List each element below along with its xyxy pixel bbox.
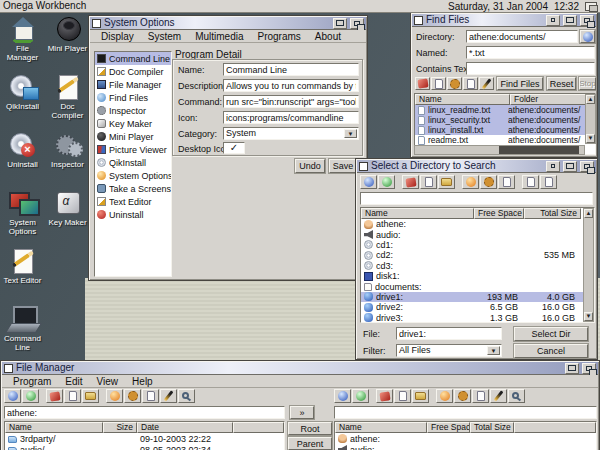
root-button[interactable]: Root: [288, 422, 332, 435]
toolbar-button[interactable]: [490, 389, 507, 403]
toolbar-button[interactable]: [394, 389, 411, 403]
volume-row[interactable]: cd1:: [361, 240, 594, 250]
program-list-item[interactable]: Mini Player: [95, 130, 171, 143]
menu-item[interactable]: Program: [6, 375, 58, 387]
column-header[interactable]: Size: [103, 422, 137, 433]
depth-button[interactable]: [350, 18, 364, 29]
volume-row[interactable]: audio:: [335, 444, 596, 450]
undo-button[interactable]: Undo: [295, 159, 325, 173]
desktop-icon[interactable]: Doc Compiler: [46, 73, 90, 131]
horizontal-scrollbar[interactable]: [414, 145, 585, 155]
program-list-item[interactable]: Key Maker: [95, 117, 171, 130]
path-field[interactable]: [360, 192, 593, 205]
toolbar-button[interactable]: [142, 389, 159, 403]
toolbar-button[interactable]: [46, 389, 63, 403]
toolbar-button[interactable]: [124, 389, 141, 403]
volume-row[interactable]: drive3: 1.3 GB 16.0 GB: [361, 313, 594, 323]
depth-button[interactable]: [582, 363, 596, 374]
window-close-icon[interactable]: [359, 162, 368, 171]
name-field[interactable]: [223, 63, 359, 76]
program-list-item[interactable]: Uninstall: [95, 208, 171, 221]
zoom-button[interactable]: [565, 363, 579, 374]
toolbar-button[interactable]: [472, 389, 489, 403]
directory-field[interactable]: [466, 30, 578, 43]
zoom-button[interactable]: [563, 15, 577, 26]
vertical-scrollbar[interactable]: ▲ ▼: [585, 94, 596, 144]
program-list-item[interactable]: Inspector: [95, 104, 171, 117]
toolbar-button[interactable]: [462, 175, 479, 189]
column-header[interactable]: Name: [5, 422, 103, 433]
column-header[interactable]: [514, 422, 596, 433]
toolbar-button[interactable]: [178, 389, 195, 403]
volume-row[interactable]: disk1:: [361, 271, 594, 281]
window-close-icon[interactable]: [414, 16, 423, 25]
column-header[interactable]: Name: [335, 422, 427, 433]
program-list-item[interactable]: Take a Screenshot: [95, 182, 171, 195]
scroll-up-icon[interactable]: ▲: [586, 95, 595, 104]
scroll-down-icon[interactable]: ▼: [584, 312, 593, 321]
desktop-icon[interactable]: File Manager: [1, 15, 45, 73]
copy-to-right-button[interactable]: »: [290, 406, 314, 419]
chevron-down-icon[interactable]: ▼: [487, 346, 500, 355]
program-list-item[interactable]: Find Files: [95, 91, 171, 104]
iconify-button[interactable]: [546, 15, 560, 26]
toolbar-button[interactable]: [376, 389, 393, 403]
toolbar-button[interactable]: [431, 77, 446, 90]
volume-row[interactable]: cd2: 535 MB: [361, 250, 594, 260]
description-field[interactable]: [223, 79, 359, 92]
volume-row[interactable]: cd3:: [361, 261, 594, 271]
menu-item[interactable]: Help: [125, 375, 160, 387]
toolbar-button[interactable]: [438, 175, 455, 189]
menu-item[interactable]: Edit: [58, 375, 89, 387]
toolbar-button[interactable]: [540, 175, 557, 189]
toolbar-button[interactable]: [463, 77, 478, 90]
desktop-icon[interactable]: Uninstall: [1, 131, 45, 189]
file-row[interactable]: audio/ 08-05-2003 02:34: [5, 444, 284, 450]
toolbar-button[interactable]: [420, 175, 437, 189]
toolbar-button[interactable]: [4, 389, 21, 403]
program-list-item[interactable]: Text Editor: [95, 195, 171, 208]
toolbar-button[interactable]: [82, 389, 99, 403]
toolbar-button[interactable]: [454, 389, 471, 403]
desktop-icon-checkbox[interactable]: ✓: [223, 142, 245, 154]
column-header[interactable]: Total Size: [470, 422, 514, 433]
column-header[interactable]: Name: [415, 94, 510, 105]
screen-depth-icon[interactable]: [585, 2, 597, 11]
toolbar-button[interactable]: [480, 175, 497, 189]
toolbar-button[interactable]: [64, 389, 81, 403]
program-list-item[interactable]: Command Line: [95, 52, 171, 65]
find-files-titlebar[interactable]: Find Files: [412, 14, 596, 27]
column-header[interactable]: Total Size: [524, 208, 581, 219]
toolbar-button[interactable]: [479, 77, 494, 90]
find-files-button[interactable]: Find Files: [497, 77, 543, 90]
desktop-icon[interactable]: Command Line: [1, 305, 45, 363]
zoom-button[interactable]: [563, 161, 577, 172]
depth-button[interactable]: [580, 161, 594, 172]
zoom-button[interactable]: [333, 18, 347, 29]
desktop-icon[interactable]: Inspector: [46, 131, 90, 189]
menu-item[interactable]: System: [141, 30, 188, 42]
desktop-icon[interactable]: Text Editor: [1, 247, 45, 305]
left-path-field[interactable]: [4, 406, 285, 419]
column-header[interactable]: Free Space: [427, 422, 470, 433]
reset-button[interactable]: Reset: [547, 77, 576, 90]
result-row[interactable]: linux_install.txt athene:documents/: [415, 125, 595, 135]
scroll-thumb[interactable]: [499, 146, 579, 154]
toolbar-button[interactable]: [160, 389, 177, 403]
browse-directory-button[interactable]: [580, 30, 595, 43]
select-directory-titlebar[interactable]: Select a Directory to Search: [357, 160, 596, 173]
desktop-icon[interactable]: QikInstall: [1, 73, 45, 131]
column-header[interactable]: Name: [361, 208, 474, 219]
volume-row[interactable]: documents:: [361, 281, 594, 291]
iconify-button[interactable]: [546, 161, 560, 172]
toolbar-button[interactable]: [415, 77, 430, 90]
toolbar-button[interactable]: [360, 175, 377, 189]
toolbar-button[interactable]: [508, 389, 525, 403]
volume-row[interactable]: audio:: [361, 229, 594, 239]
column-header[interactable]: Free Space: [474, 208, 524, 219]
toolbar-button[interactable]: [402, 175, 419, 189]
category-select[interactable]: System ▼: [223, 127, 359, 140]
menu-item[interactable]: View: [90, 375, 126, 387]
column-header[interactable]: Date: [137, 422, 233, 433]
result-row[interactable]: linux_readme.txt athene:documents/: [415, 105, 595, 115]
